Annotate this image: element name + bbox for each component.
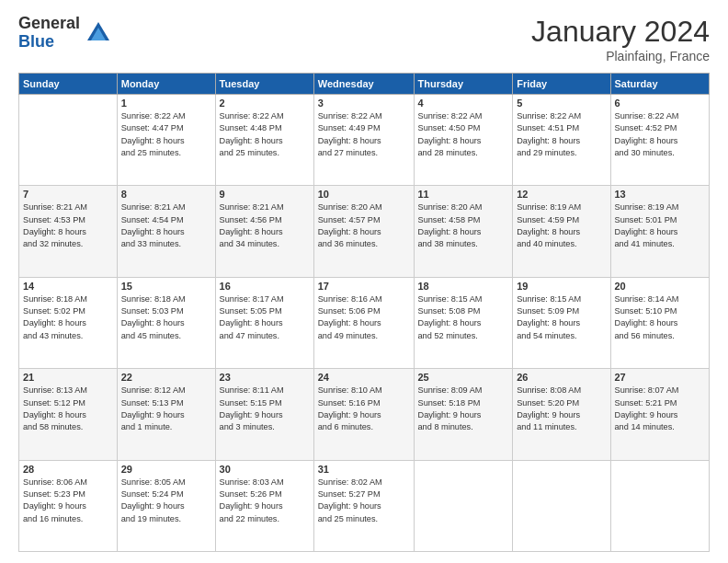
calendar-cell [513, 460, 610, 551]
day-number: 31 [318, 464, 410, 475]
day-info: Sunrise: 8:16 AM Sunset: 5:06 PM Dayligh… [318, 293, 410, 342]
calendar-cell: 25Sunrise: 8:09 AM Sunset: 5:18 PM Dayli… [414, 369, 513, 460]
calendar-cell: 13Sunrise: 8:19 AM Sunset: 5:01 PM Dayli… [610, 186, 710, 277]
day-info: Sunrise: 8:10 AM Sunset: 5:16 PM Dayligh… [318, 385, 410, 433]
day-info: Sunrise: 8:22 AM Sunset: 4:51 PM Dayligh… [517, 110, 606, 159]
title-block: January 2024 Plainfaing, France [531, 15, 710, 63]
calendar-cell: 8Sunrise: 8:21 AM Sunset: 4:54 PM Daylig… [117, 186, 215, 277]
day-number: 1 [121, 98, 211, 109]
calendar-cell [414, 460, 513, 551]
day-number: 18 [418, 281, 509, 292]
day-number: 2 [220, 98, 310, 109]
day-info: Sunrise: 8:19 AM Sunset: 5:01 PM Dayligh… [615, 201, 706, 250]
day-info: Sunrise: 8:02 AM Sunset: 5:27 PM Dayligh… [318, 477, 410, 525]
calendar-week-row: 21Sunrise: 8:13 AM Sunset: 5:12 PM Dayli… [19, 369, 710, 460]
day-info: Sunrise: 8:22 AM Sunset: 4:50 PM Dayligh… [418, 110, 509, 159]
day-number: 30 [220, 464, 310, 475]
calendar-cell: 29Sunrise: 8:05 AM Sunset: 5:24 PM Dayli… [117, 460, 215, 551]
day-info: Sunrise: 8:03 AM Sunset: 5:26 PM Dayligh… [220, 477, 310, 525]
calendar-week-row: 28Sunrise: 8:06 AM Sunset: 5:23 PM Dayli… [19, 460, 710, 551]
calendar-cell: 31Sunrise: 8:02 AM Sunset: 5:27 PM Dayli… [313, 460, 414, 551]
calendar-cell: 7Sunrise: 8:21 AM Sunset: 4:53 PM Daylig… [19, 186, 118, 277]
day-info: Sunrise: 8:07 AM Sunset: 5:21 PM Dayligh… [615, 385, 706, 433]
day-info: Sunrise: 8:05 AM Sunset: 5:24 PM Dayligh… [121, 477, 211, 525]
day-info: Sunrise: 8:08 AM Sunset: 5:20 PM Dayligh… [517, 385, 606, 433]
logo-text: General Blue [18, 15, 80, 52]
day-number: 21 [23, 372, 113, 383]
day-number: 22 [121, 372, 211, 383]
weekday-header: Saturday [610, 74, 710, 95]
calendar-cell: 24Sunrise: 8:10 AM Sunset: 5:16 PM Dayli… [313, 369, 414, 460]
calendar-cell: 22Sunrise: 8:12 AM Sunset: 5:13 PM Dayli… [117, 369, 215, 460]
calendar-cell: 27Sunrise: 8:07 AM Sunset: 5:21 PM Dayli… [610, 369, 710, 460]
day-number: 25 [418, 372, 509, 383]
calendar-cell: 1Sunrise: 8:22 AM Sunset: 4:47 PM Daylig… [117, 95, 215, 186]
calendar-body: 1Sunrise: 8:22 AM Sunset: 4:47 PM Daylig… [19, 95, 710, 552]
calendar-table: SundayMondayTuesdayWednesdayThursdayFrid… [18, 73, 710, 552]
calendar-cell: 5Sunrise: 8:22 AM Sunset: 4:51 PM Daylig… [513, 95, 610, 186]
day-number: 4 [418, 98, 509, 109]
calendar-cell: 30Sunrise: 8:03 AM Sunset: 5:26 PM Dayli… [215, 460, 313, 551]
logo: General Blue [18, 15, 111, 52]
logo-general: General [18, 15, 80, 33]
calendar-cell: 23Sunrise: 8:11 AM Sunset: 5:15 PM Dayli… [215, 369, 313, 460]
day-info: Sunrise: 8:22 AM Sunset: 4:49 PM Dayligh… [318, 110, 410, 159]
calendar-cell: 3Sunrise: 8:22 AM Sunset: 4:49 PM Daylig… [313, 95, 414, 186]
logo-blue: Blue [18, 33, 80, 52]
calendar-cell: 12Sunrise: 8:19 AM Sunset: 4:59 PM Dayli… [513, 186, 610, 277]
day-info: Sunrise: 8:11 AM Sunset: 5:15 PM Dayligh… [220, 385, 310, 433]
day-number: 17 [318, 281, 410, 292]
day-number: 29 [121, 464, 211, 475]
calendar-week-row: 14Sunrise: 8:18 AM Sunset: 5:02 PM Dayli… [19, 277, 710, 368]
calendar-cell [610, 460, 710, 551]
day-number: 19 [517, 281, 606, 292]
day-number: 24 [318, 372, 410, 383]
day-number: 20 [615, 281, 706, 292]
calendar-cell: 19Sunrise: 8:15 AM Sunset: 5:09 PM Dayli… [513, 277, 610, 368]
weekday-header: Monday [117, 74, 215, 95]
location: Plainfaing, France [531, 49, 710, 63]
day-number: 13 [615, 189, 706, 200]
day-number: 9 [220, 189, 310, 200]
weekday-header: Sunday [19, 74, 118, 95]
day-number: 7 [23, 189, 113, 200]
day-number: 27 [615, 372, 706, 383]
day-info: Sunrise: 8:18 AM Sunset: 5:03 PM Dayligh… [121, 293, 211, 342]
calendar-cell: 6Sunrise: 8:22 AM Sunset: 4:52 PM Daylig… [610, 95, 710, 186]
day-info: Sunrise: 8:09 AM Sunset: 5:18 PM Dayligh… [418, 385, 509, 433]
day-info: Sunrise: 8:06 AM Sunset: 5:23 PM Dayligh… [23, 477, 113, 525]
day-number: 5 [517, 98, 606, 109]
calendar-week-row: 1Sunrise: 8:22 AM Sunset: 4:47 PM Daylig… [19, 95, 710, 186]
weekday-header: Wednesday [313, 74, 414, 95]
weekday-header: Friday [513, 74, 610, 95]
day-info: Sunrise: 8:15 AM Sunset: 5:08 PM Dayligh… [418, 293, 509, 342]
calendar-cell: 14Sunrise: 8:18 AM Sunset: 5:02 PM Dayli… [19, 277, 118, 368]
day-number: 28 [23, 464, 113, 475]
day-info: Sunrise: 8:22 AM Sunset: 4:52 PM Dayligh… [615, 110, 706, 159]
calendar-cell: 28Sunrise: 8:06 AM Sunset: 5:23 PM Dayli… [19, 460, 118, 551]
calendar-cell [19, 95, 118, 186]
calendar-cell: 9Sunrise: 8:21 AM Sunset: 4:56 PM Daylig… [215, 186, 313, 277]
day-info: Sunrise: 8:21 AM Sunset: 4:53 PM Dayligh… [23, 201, 113, 250]
day-info: Sunrise: 8:19 AM Sunset: 4:59 PM Dayligh… [517, 201, 606, 250]
logo-icon [85, 20, 111, 46]
day-info: Sunrise: 8:20 AM Sunset: 4:58 PM Dayligh… [418, 201, 509, 250]
calendar-cell: 16Sunrise: 8:17 AM Sunset: 5:05 PM Dayli… [215, 277, 313, 368]
calendar-cell: 26Sunrise: 8:08 AM Sunset: 5:20 PM Dayli… [513, 369, 610, 460]
day-number: 3 [318, 98, 410, 109]
calendar-week-row: 7Sunrise: 8:21 AM Sunset: 4:53 PM Daylig… [19, 186, 710, 277]
day-number: 26 [517, 372, 606, 383]
calendar-cell: 15Sunrise: 8:18 AM Sunset: 5:03 PM Dayli… [117, 277, 215, 368]
header: General Blue January 2024 Plainfaing, Fr… [18, 15, 710, 63]
calendar-cell: 18Sunrise: 8:15 AM Sunset: 5:08 PM Dayli… [414, 277, 513, 368]
page: General Blue January 2024 Plainfaing, Fr… [0, 0, 728, 563]
day-number: 16 [220, 281, 310, 292]
calendar-cell: 17Sunrise: 8:16 AM Sunset: 5:06 PM Dayli… [313, 277, 414, 368]
day-number: 8 [121, 189, 211, 200]
calendar-cell: 4Sunrise: 8:22 AM Sunset: 4:50 PM Daylig… [414, 95, 513, 186]
day-info: Sunrise: 8:15 AM Sunset: 5:09 PM Dayligh… [517, 293, 606, 342]
day-number: 6 [615, 98, 706, 109]
calendar-cell: 11Sunrise: 8:20 AM Sunset: 4:58 PM Dayli… [414, 186, 513, 277]
day-info: Sunrise: 8:17 AM Sunset: 5:05 PM Dayligh… [220, 293, 310, 342]
weekday-header: Thursday [414, 74, 513, 95]
